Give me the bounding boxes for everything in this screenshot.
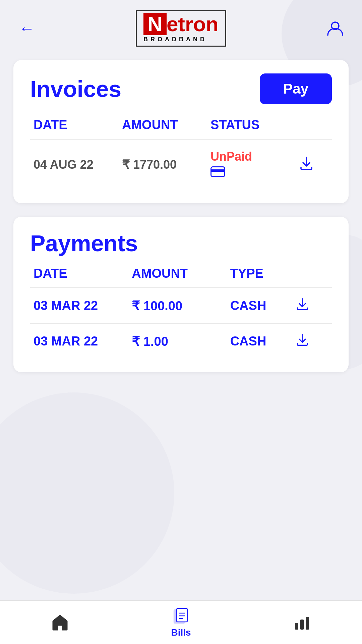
payments-col-action-header [296, 266, 328, 281]
payment-row-1-download-button[interactable] [296, 298, 328, 314]
invoice-row-1-date: 04 Aug 22 [34, 158, 122, 172]
invoice-row-1: 04 Aug 22 ₹ 1770.00 UnPaid [30, 140, 332, 190]
payment-row-2-amount: ₹ 1.00 [132, 334, 230, 349]
invoices-col-status-header: STATUS [210, 118, 299, 132]
payment-row-1-date: 03 Mar 22 [34, 299, 132, 313]
invoices-title: Invoices [30, 76, 121, 102]
svg-rect-2 [211, 169, 225, 172]
invoices-col-amount-header: AMOUNT [122, 118, 210, 132]
status-badge-unpaid: UnPaid [210, 150, 299, 164]
header: ← N etron BROADBAND [0, 0, 362, 53]
bottom-navigation: Bills [0, 600, 362, 644]
logo-letter-n: N [143, 13, 167, 35]
nav-bills[interactable]: Bills [171, 607, 191, 638]
nav-stats[interactable] [293, 613, 311, 632]
user-profile-button[interactable] [325, 18, 345, 39]
payments-col-amount-header: AMOUNT [132, 266, 230, 281]
payments-card: Payments DATE AMOUNT TYPE 03 Mar 22 ₹ 10… [13, 217, 349, 372]
payment-row-2: 03 Mar 22 ₹ 1.00 Cash [30, 324, 332, 359]
main-content: Invoices Pay DATE AMOUNT STATUS 04 Aug 2… [0, 53, 362, 372]
back-arrow-icon: ← [19, 19, 35, 38]
payments-table-header: DATE AMOUNT TYPE [30, 266, 332, 288]
payment-row-1-amount: ₹ 100.00 [132, 299, 230, 313]
svg-rect-8 [295, 623, 298, 630]
logo: N etron BROADBAND [136, 10, 226, 47]
nav-bills-label: Bills [171, 627, 191, 638]
svg-rect-4 [177, 608, 187, 622]
payments-title: Payments [30, 230, 332, 256]
invoices-col-action-header [299, 118, 328, 132]
invoices-col-date-header: DATE [34, 118, 122, 132]
invoices-card: Invoices Pay DATE AMOUNT STATUS 04 Aug 2… [13, 60, 349, 203]
logo-box: N etron BROADBAND [136, 10, 226, 47]
payments-col-date-header: DATE [34, 266, 132, 281]
pay-button[interactable]: Pay [260, 73, 332, 104]
invoice-row-1-amount: ₹ 1770.00 [122, 158, 210, 172]
payments-col-type-header: TYPE [230, 266, 296, 281]
nav-home[interactable] [51, 613, 69, 632]
invoices-table-header: DATE AMOUNT STATUS [30, 118, 332, 140]
stats-icon [293, 613, 311, 632]
logo-broadband-text: BROADBAND [143, 36, 219, 43]
payment-row-2-type: Cash [230, 334, 296, 348]
logo-rest: etron [167, 14, 219, 35]
payment-row-2-date: 03 Mar 22 [34, 334, 132, 348]
svg-rect-9 [300, 620, 304, 630]
home-icon [51, 613, 69, 632]
user-icon [326, 20, 344, 37]
card-payment-icon [210, 166, 299, 180]
svg-rect-10 [306, 617, 309, 630]
invoice-row-1-status-col: UnPaid [210, 150, 299, 180]
payment-row-1-type: Cash [230, 299, 296, 313]
bg-decoration-bottom-left [0, 392, 174, 594]
payment-row-1: 03 Mar 22 ₹ 100.00 Cash [30, 288, 332, 324]
payment-row-2-download-button[interactable] [296, 333, 328, 350]
invoice-row-1-download-button[interactable] [299, 156, 328, 174]
invoices-card-header: Invoices Pay [30, 73, 332, 104]
back-button[interactable]: ← [17, 18, 37, 39]
logo-top-row: N etron [143, 13, 219, 35]
bills-icon [172, 607, 190, 625]
